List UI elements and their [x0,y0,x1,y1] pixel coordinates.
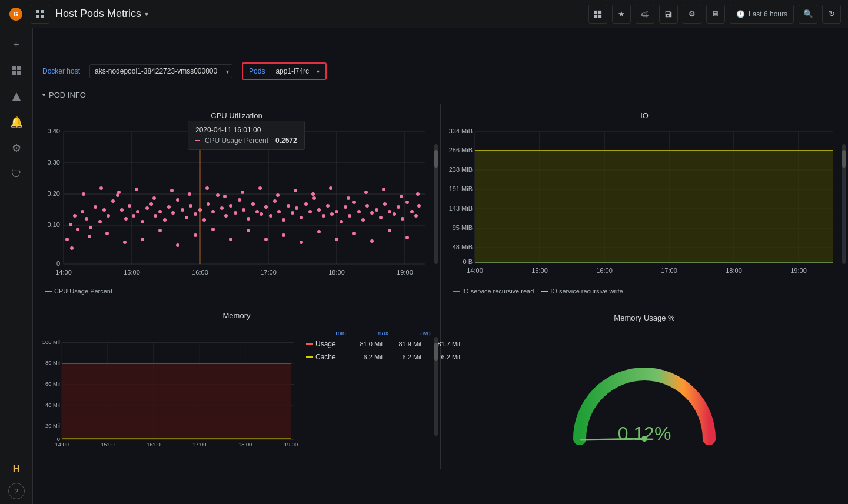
cpu-chart-svg: 0.40 0.30 0.20 0.10 0 [40,125,433,283]
io-write-legend-dot [541,291,548,292]
svg-rect-8 [594,14,597,17]
cpu-chart-panel: CPU Utilization 2020-04-11 16:01:00 CPU … [33,104,440,304]
cpu-legend-item: CPU Usage Percent [45,288,112,295]
sidebar-item-dashboard[interactable] [5,59,28,82]
memory-chart-content: 100 Mil 80 Mil 60 Mil 40 Mil 20 Mil 0 [40,325,433,462]
svg-point-141 [223,195,227,198]
cpu-chart-title: CPU Utilization [40,111,433,120]
filters-bar: Docker host aks-nodepool1-38422723-vmss0… [33,56,848,86]
docker-host-label: Docker host [42,67,80,75]
svg-text:0.10: 0.10 [48,221,60,228]
pods-select-wrapper: app1-l74rc [271,65,323,78]
svg-text:16:00: 16:00 [147,442,160,448]
svg-point-135 [117,191,121,194]
svg-text:15:00: 15:00 [124,269,140,276]
star-button[interactable]: ★ [612,5,631,24]
io-read-legend-label: IO service recursive read [462,288,534,295]
svg-point-70 [234,211,237,215]
svg-point-144 [276,193,280,197]
stats-min-header: min [306,329,346,336]
svg-text:19:00: 19:00 [284,442,298,448]
svg-rect-4 [36,15,39,18]
svg-point-129 [352,232,356,235]
svg-point-55 [167,205,171,209]
svg-point-120 [194,233,197,237]
svg-text:191 MiB: 191 MiB [449,185,473,192]
svg-point-74 [251,202,255,206]
svg-point-32 [69,223,72,226]
sidebar-item-user[interactable]: H [5,457,28,480]
svg-point-101 [370,211,374,215]
svg-rect-12 [12,71,16,75]
search-button[interactable]: 🔍 [799,5,817,24]
memory-chart-svg: 100 Mil 80 Mil 60 Mil 40 Mil 20 Mil 0 [40,325,299,460]
svg-point-39 [98,220,102,223]
memory-scroll-indicator[interactable] [434,337,438,436]
svg-point-44 [120,208,124,212]
svg-text:0.30: 0.30 [48,159,60,166]
usage-stat-row: Usage 81.0 Mil 81.9 Mil 81.7 Mil [306,340,431,348]
memory-stats: min max avg Usage 81.0 Mil 81.9 Mil 81.7… [304,325,433,462]
cpu-legend: CPU Usage Percent [40,285,433,297]
apps-menu-button[interactable] [31,5,49,24]
pods-select[interactable]: app1-l74rc [271,65,323,78]
svg-text:14:00: 14:00 [467,267,483,274]
gear-icon[interactable]: ⚙ [683,5,701,24]
svg-text:20 Mil: 20 Mil [45,423,60,429]
svg-text:0 B: 0 B [463,258,473,265]
svg-point-131 [388,229,391,232]
pods-label[interactable]: Pods [245,65,268,78]
stats-max-header: max [348,329,388,336]
svg-point-139 [188,192,191,196]
svg-point-115 [105,232,109,235]
svg-rect-9 [598,14,601,17]
pods-filter-group: Pods app1-l74rc [242,62,327,80]
cache-avg: 6.2 Mil [424,353,460,361]
time-range-button[interactable]: 🕐 Last 6 hours [730,5,794,24]
svg-point-89 [317,208,321,212]
sidebar-item-help[interactable]: ? [8,483,25,499]
monitor-icon[interactable]: 🖥 [706,5,725,24]
cpu-legend-label: CPU Usage Percent [54,288,112,295]
refresh-button[interactable]: ↻ [822,5,841,24]
svg-text:16:00: 16:00 [192,269,208,276]
svg-point-83 [291,211,294,215]
svg-point-66 [216,193,220,197]
svg-point-33 [73,214,77,218]
svg-text:286 MiB: 286 MiB [449,146,473,153]
svg-point-142 [241,191,244,194]
svg-point-147 [329,186,332,190]
save-button[interactable] [659,5,678,24]
io-chart-svg: 334 MiB 286 MiB 238 MiB 191 MiB 143 MiB … [448,125,841,283]
dashboard-settings-icon[interactable] [588,5,607,24]
svg-text:19:00: 19:00 [790,267,807,274]
share-button[interactable] [636,5,654,24]
sidebar-item-settings[interactable]: ⚙ [5,136,28,160]
svg-text:0.40: 0.40 [48,128,60,135]
svg-point-77 [264,205,268,209]
svg-text:238 MiB: 238 MiB [449,166,473,173]
svg-point-51 [149,202,153,206]
svg-point-93 [335,210,338,213]
io-chart-area: 334 MiB 286 MiB 238 MiB 191 MiB 143 MiB … [448,125,841,285]
sidebar-item-add[interactable]: + [5,33,28,56]
svg-point-58 [181,208,184,212]
svg-point-126 [300,241,303,244]
sidebar-item-alerting[interactable]: 🔔 [5,111,28,134]
svg-text:48 MiB: 48 MiB [453,243,473,251]
svg-text:0: 0 [56,260,60,267]
io-read-legend-item: IO service recursive read [453,288,534,295]
svg-point-149 [364,191,368,194]
svg-text:143 MiB: 143 MiB [449,205,473,212]
sidebar-item-explore[interactable] [5,85,28,108]
docker-host-select[interactable]: aks-nodepool1-38422723-vmss000000 [89,64,232,78]
svg-text:18:00: 18:00 [328,269,345,276]
cpu-scroll-indicator[interactable] [434,144,438,264]
svg-point-90 [322,214,325,218]
sidebar-item-shield[interactable]: 🛡 [5,162,28,186]
io-scroll-indicator[interactable] [842,144,846,264]
io-chart-panel: IO 334 MiB 286 MiB 238 MiB 191 MiB 143 M… [441,104,848,304]
section-title: POD INFO [49,91,86,99]
pod-info-header[interactable]: ▾ POD INFO [33,86,848,104]
svg-rect-182 [475,151,833,263]
